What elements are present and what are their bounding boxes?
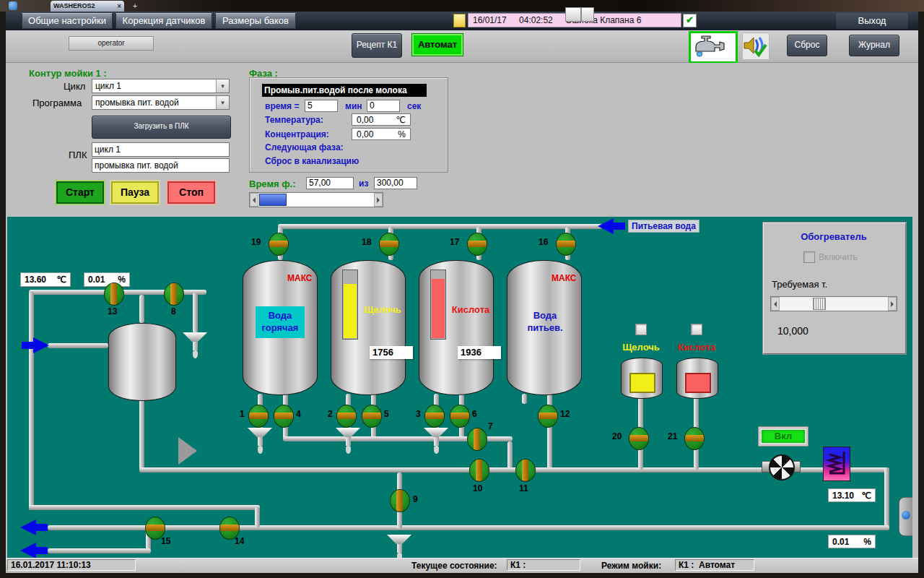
phase-sec-input[interactable]: 0 (367, 100, 400, 112)
valve-12[interactable] (538, 405, 558, 428)
valve-16-label: 16 (539, 237, 548, 247)
stop-button[interactable]: Стоп (167, 181, 215, 204)
valve-13[interactable] (104, 282, 124, 306)
valve-16[interactable] (556, 233, 576, 256)
valve-11[interactable] (515, 459, 536, 482)
heater-title: Обогреватель (763, 231, 905, 242)
valve-19[interactable] (269, 233, 289, 256)
flow-arrow-icon (20, 519, 49, 535)
status-state-label: Текущее состояние: (411, 561, 497, 571)
pipe (507, 441, 513, 470)
alkali-level-fill (344, 284, 357, 338)
chem-acid-label: Кислота (673, 341, 720, 353)
valve-3[interactable] (424, 405, 445, 428)
valve-21[interactable] (684, 427, 705, 450)
remote-access-tab[interactable] (899, 497, 912, 536)
valve-9-label: 9 (413, 494, 418, 504)
valve-20[interactable] (629, 427, 649, 450)
valve-13-label: 13 (108, 306, 117, 316)
scrollbar-thumb[interactable] (259, 194, 287, 206)
alkali-dosing-icon (629, 373, 655, 393)
valve-7[interactable] (467, 428, 487, 451)
heater-slider[interactable] (770, 296, 897, 311)
new-tab-button[interactable]: + (130, 1, 140, 11)
temp-readout-right: 13.10℃ (828, 488, 876, 502)
heater-slider-thumb[interactable] (813, 298, 826, 310)
valve-18[interactable] (379, 233, 399, 256)
acid-checkbox[interactable] (691, 324, 702, 335)
pause-button[interactable]: Пауза (111, 181, 159, 204)
cycle-dropdown[interactable]: цикл 1 ▾ (92, 79, 230, 93)
heat-exchanger-icon[interactable] (823, 447, 850, 481)
min-unit: мин (345, 101, 362, 111)
operator-field[interactable]: operator (69, 36, 154, 51)
of-label: из (359, 178, 368, 189)
pipe (278, 224, 603, 229)
phase-progress-scrollbar[interactable] (249, 192, 383, 207)
sec-unit: сек (407, 101, 421, 111)
ack-check-icon[interactable]: ✔ (683, 14, 697, 27)
valve-8[interactable] (164, 282, 184, 306)
valve-17[interactable] (467, 233, 487, 256)
valve-6[interactable] (450, 405, 470, 428)
browser-tab[interactable]: WASHEROS2 × (51, 1, 124, 12)
note-icon[interactable] (453, 14, 466, 27)
valve-14-label: 14 (235, 536, 244, 546)
value: 0.01 (88, 275, 105, 285)
value: 0.01 (832, 537, 849, 547)
valve-10[interactable] (469, 459, 489, 482)
menu-tank-sizes[interactable]: Размеры баков (215, 13, 296, 29)
slider-left-icon[interactable] (771, 297, 780, 311)
heater-required-label: Требуемая т. (772, 279, 827, 290)
slider-right-icon[interactable] (888, 297, 897, 311)
valve-1[interactable] (248, 405, 269, 428)
chevron-down-icon[interactable]: ▾ (216, 79, 229, 92)
valve-9[interactable] (390, 489, 410, 512)
drain-funnel-icon (248, 428, 272, 457)
acid-dosing-icon (685, 373, 711, 393)
alkali-level-value: 1756 (370, 346, 413, 359)
valve-2[interactable] (336, 405, 357, 428)
sound-alarm-button[interactable] (742, 33, 770, 60)
recipe-button[interactable]: Рецепт К1 (352, 33, 402, 58)
valve-19-label: 19 (251, 237, 261, 247)
unit: ℃ (57, 275, 66, 285)
phase-time-label: время = (265, 101, 299, 111)
start-button[interactable]: Старт (56, 181, 104, 204)
heater-enable-checkbox[interactable] (803, 251, 815, 263)
acid-level-fill (432, 279, 445, 338)
tab-close-icon[interactable]: × (117, 1, 121, 12)
water-supply-toggle[interactable] (689, 31, 738, 64)
elapsed-label: Время ф.: (249, 178, 296, 189)
pump-on-indicator[interactable]: Вкл (758, 426, 808, 447)
valve-5[interactable] (362, 405, 382, 428)
menu-sensor-correction[interactable]: Корекция датчиков (116, 13, 212, 29)
conc-value-box: 0,00 % (352, 128, 411, 140)
chevron-down-icon[interactable]: ▾ (216, 96, 229, 109)
drain-funnel-icon (424, 428, 448, 457)
journal-button[interactable]: Журнал (849, 35, 899, 56)
program-dropdown[interactable]: промывка пит. водой ▾ (92, 95, 230, 110)
load-plc-button[interactable]: Загрузить в ПЛК (92, 116, 231, 139)
alkali-checkbox[interactable] (635, 324, 647, 335)
acid-level-gauge (430, 269, 446, 340)
reset-button[interactable]: Сброс (787, 35, 827, 56)
menu-general-settings[interactable]: Общие настройки (22, 13, 113, 29)
conc-unit: % (398, 129, 406, 139)
valve-20-label: 20 (612, 431, 622, 441)
conc-readout-right: 0.01% (828, 535, 876, 548)
scroll-left-icon[interactable] (250, 193, 258, 207)
pump-icon[interactable] (769, 454, 795, 480)
status-datetime: 16.01.2017 11:10:13 (7, 559, 136, 571)
valve-4[interactable] (274, 405, 294, 428)
exit-button[interactable]: Выход (836, 13, 908, 29)
auto-mode-button[interactable]: Автомат (411, 33, 463, 56)
pump-on-label: Вкл (761, 429, 806, 444)
phase-min-input[interactable]: 5 (305, 100, 338, 112)
pipe (48, 525, 889, 530)
plc-cycle-field[interactable]: цикл 1 (92, 142, 230, 157)
cycle-label: Цикл (64, 81, 85, 92)
plc-program-field[interactable]: промывка пит. водой (92, 158, 230, 173)
scroll-right-icon[interactable] (374, 193, 383, 207)
coil-icon (824, 447, 850, 480)
